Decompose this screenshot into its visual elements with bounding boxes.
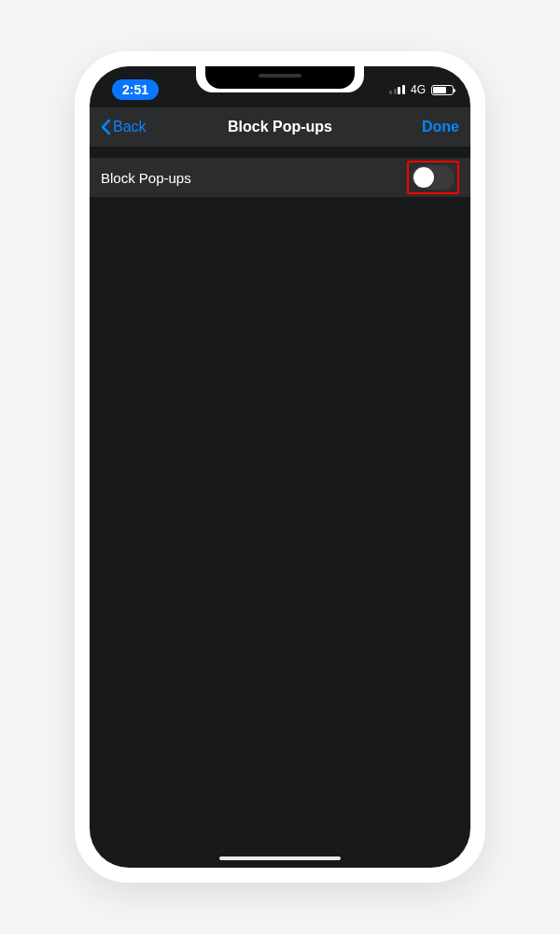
setting-label: Block Pop-ups [101,170,191,186]
battery-icon [431,85,454,95]
phone-frame: 2:51 4G Back Block [75,51,485,883]
setting-row-block-popups: Block Pop-ups [90,158,470,197]
back-button[interactable]: Back [101,119,147,135]
toggle-knob [413,167,434,188]
phone-notch [196,66,364,92]
page-title: Block Pop-ups [228,119,332,135]
content-area: Block Pop-ups [90,147,470,197]
block-popups-toggle[interactable] [412,165,455,190]
done-button[interactable]: Done [422,119,459,135]
network-label: 4G [411,83,426,96]
back-label: Back [113,119,147,135]
status-time: 2:51 [112,79,159,100]
status-indicators: 4G [389,83,454,96]
signal-icon [389,85,405,94]
home-indicator[interactable] [219,856,341,860]
chevron-left-icon [101,119,111,135]
phone-screen: 2:51 4G Back Block [90,66,470,868]
highlight-annotation [407,161,459,194]
navigation-bar: Back Block Pop-ups Done [90,107,470,147]
